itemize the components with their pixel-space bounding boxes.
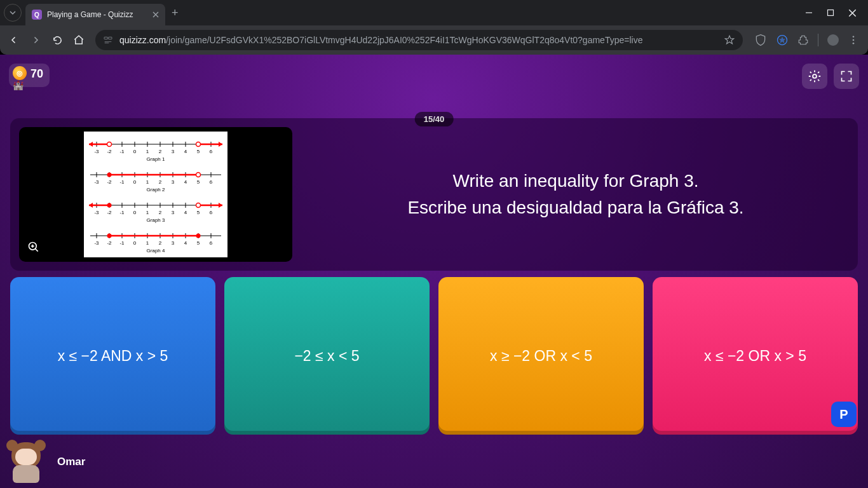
svg-text:-2: -2 [107, 210, 112, 215]
question-line-1: Write an inequality for Graph 3. [452, 169, 698, 193]
svg-rect-0 [828, 10, 834, 16]
tab-title: Playing a Game - Quizizz [47, 10, 133, 19]
svg-marker-30 [89, 142, 93, 147]
svg-text:4: 4 [184, 149, 187, 154]
score-pill[interactable]: ◎ 70 🏰 [9, 64, 50, 87]
svg-text:-1: -1 [119, 240, 125, 246]
svg-text:5: 5 [197, 210, 200, 215]
svg-marker-32 [219, 142, 222, 147]
graph-label-3: Graph 3 [147, 217, 165, 223]
graph-label-1: Graph 1 [147, 156, 165, 162]
arrow-right-icon [30, 34, 41, 46]
svg-text:5: 5 [197, 240, 200, 246]
svg-text:1: 1 [146, 149, 149, 154]
brave-shield-icon[interactable] [754, 34, 767, 46]
question-image: -3-2-10123456 Graph 1 -3-2 [84, 132, 227, 257]
answer-option-2[interactable]: x ≥ −2 OR x < 5 [438, 277, 644, 435]
maximize-icon [827, 9, 834, 17]
nav-reload-button[interactable] [48, 31, 66, 49]
svg-text:0: 0 [133, 179, 137, 185]
svg-point-85 [196, 203, 201, 208]
nav-forward-button[interactable] [27, 31, 44, 49]
svg-marker-83 [219, 203, 222, 208]
svg-text:5: 5 [197, 179, 200, 185]
window-controls [794, 0, 868, 25]
svg-text:0: 0 [133, 149, 137, 154]
toolbar-separator [818, 34, 818, 46]
question-image-container[interactable]: -3-2-10123456 Graph 1 -3-2 [19, 127, 292, 262]
home-icon [73, 34, 85, 46]
question-text: Write an inequality for Graph 3. Escribe… [302, 127, 849, 262]
window-maximize-button[interactable] [827, 9, 834, 17]
svg-text:0: 0 [133, 240, 137, 246]
coin-icon: ◎ [13, 66, 27, 80]
svg-text:-2: -2 [107, 240, 112, 246]
svg-point-57 [107, 173, 112, 177]
svg-point-4 [853, 36, 855, 37]
svg-text:4: 4 [184, 240, 187, 246]
svg-text:2: 2 [159, 149, 162, 154]
zoom-image-button[interactable] [25, 239, 42, 255]
svg-point-109 [196, 234, 201, 238]
question-line-2: Escribe una desigualdad para la Gráfica … [407, 196, 743, 220]
svg-point-33 [107, 142, 112, 147]
svg-text:-3: -3 [94, 149, 99, 154]
answers-row: x ≤ −2 AND x > 5 −2 ≤ x < 5 x ≥ −2 OR x … [10, 277, 858, 435]
bookmark-star-icon[interactable] [724, 34, 735, 46]
browser-tabstrip: Q Playing a Game - Quizizz + [0, 0, 868, 25]
svg-point-7 [813, 74, 817, 78]
powerup-button[interactable]: P [831, 402, 857, 427]
svg-point-5 [853, 39, 855, 41]
browser-tab-active[interactable]: Q Playing a Game - Quizizz [25, 4, 165, 25]
player-footer: Omar [0, 436, 95, 488]
brave-rewards-icon[interactable] [776, 34, 789, 46]
svg-point-58 [196, 173, 201, 177]
svg-text:2: 2 [159, 210, 162, 215]
powerup-icon: P [839, 407, 848, 422]
new-tab-button[interactable]: + [172, 6, 179, 20]
svg-text:-1: -1 [119, 210, 125, 215]
fullscreen-button[interactable] [834, 64, 859, 89]
answer-option-3[interactable]: x ≤ −2 OR x > 5 [653, 277, 858, 435]
svg-text:3: 3 [172, 149, 175, 154]
player-avatar[interactable] [4, 440, 48, 484]
svg-text:6: 6 [210, 149, 213, 154]
score-value: 70 [31, 67, 43, 81]
url-text: quizizz.com/join/game/U2FsdGVkX1%252BO7i… [119, 35, 642, 45]
svg-text:1: 1 [146, 179, 149, 185]
window-minimize-button[interactable] [805, 9, 813, 17]
window-close-button[interactable] [848, 9, 857, 17]
svg-rect-2 [109, 37, 112, 39]
leaderboard-icon: 🏰 [13, 80, 24, 90]
nav-home-button[interactable] [70, 31, 88, 49]
svg-text:4: 4 [184, 210, 187, 215]
svg-text:3: 3 [172, 240, 175, 246]
svg-text:-1: -1 [119, 149, 125, 154]
player-name: Omar [57, 456, 85, 468]
tab-close-button[interactable] [153, 11, 159, 18]
svg-text:3: 3 [172, 179, 175, 185]
gear-icon [808, 69, 822, 83]
svg-point-34 [196, 142, 201, 147]
answer-option-1[interactable]: −2 ≤ x < 5 [224, 277, 430, 435]
answer-option-0[interactable]: x ≤ −2 AND x > 5 [10, 277, 215, 435]
extensions-icon[interactable] [797, 34, 809, 46]
profile-button[interactable] [827, 34, 839, 46]
site-settings-icon[interactable] [103, 35, 113, 45]
url-bar[interactable]: quizizz.com/join/game/U2FsdGVkX1%252BO7i… [95, 30, 743, 50]
graph-label-4: Graph 4 [147, 248, 165, 254]
question-card: -3-2-10123456 Graph 1 -3-2 [10, 118, 858, 271]
svg-text:6: 6 [210, 240, 213, 246]
nav-back-button[interactable] [5, 31, 23, 49]
zoom-in-icon [27, 241, 40, 254]
svg-text:1: 1 [146, 240, 149, 246]
tab-search-dropdown[interactable] [4, 4, 22, 22]
kebab-menu-icon[interactable] [848, 34, 859, 46]
reload-icon [52, 35, 63, 46]
quizizz-game-page: ◎ 70 🏰 15/40 [0, 55, 868, 488]
close-icon [848, 9, 857, 17]
svg-text:0: 0 [133, 210, 137, 215]
svg-text:-2: -2 [107, 179, 112, 185]
close-icon [153, 11, 159, 18]
settings-button[interactable] [802, 64, 827, 89]
